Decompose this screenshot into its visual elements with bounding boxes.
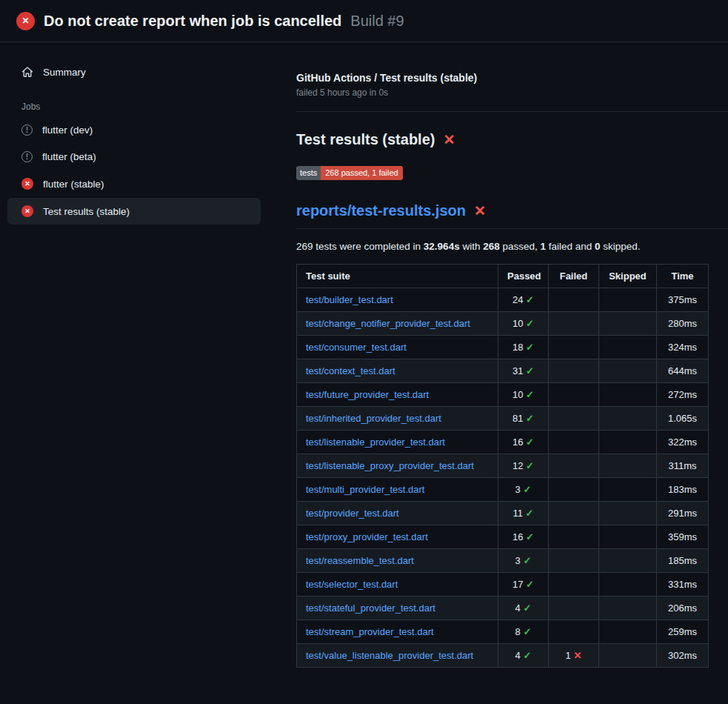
passed-cell: 16 ✓ (498, 525, 549, 549)
check-icon: ✓ (526, 531, 534, 542)
failed-cell (549, 431, 599, 454)
skipped-cell (599, 431, 657, 454)
passed-cell: 24 ✓ (498, 288, 549, 312)
skipped-cell (599, 644, 657, 668)
job-label: flutter (dev) (42, 124, 93, 136)
count-value: 10 (512, 318, 523, 329)
passed-cell: 17 ✓ (498, 573, 549, 597)
summary-text: passed, (500, 241, 541, 252)
job-label: flutter (stable) (43, 179, 104, 190)
suite-cell: test/multi_provider_test.dart (297, 478, 498, 502)
test-suite-link[interactable]: test/selector_test.dart (306, 579, 398, 590)
test-suite-link[interactable]: test/change_notifier_provider_test.dart (306, 318, 470, 329)
skipped-cell (599, 478, 657, 502)
time-cell: 302ms (657, 644, 709, 668)
suite-cell: test/stream_provider_test.dart (297, 620, 498, 644)
failed-cell (549, 312, 599, 336)
summary-text: with (460, 241, 484, 252)
count-value: 1 (566, 650, 571, 661)
check-icon: ✓ (526, 460, 534, 471)
section-title-text: Test results (stable) (296, 131, 435, 148)
time-cell: 272ms (657, 383, 709, 407)
sidebar-item-flutter-stable[interactable]: ✕flutter (stable) (7, 170, 261, 197)
table-row: test/provider_test.dart11 ✓291ms (297, 502, 709, 525)
skipped-cell (599, 525, 657, 549)
jobs-heading: Jobs (0, 85, 281, 116)
test-suite-link[interactable]: test/consumer_test.dart (306, 342, 407, 353)
page-header: ✕ Do not create report when job is cance… (0, 0, 728, 42)
test-suite-link[interactable]: test/context_test.dart (306, 365, 395, 376)
main-content: GitHub Actions / Test results (stable) f… (281, 42, 728, 668)
results-table: Test suitePassedFailedSkippedTime test/b… (296, 264, 709, 668)
failed-cell (549, 359, 599, 383)
suite-cell: test/selector_test.dart (297, 573, 498, 597)
count-value: 3 (515, 555, 521, 566)
job-label: flutter (beta) (42, 151, 96, 162)
sidebar-item-flutter-dev[interactable]: !flutter (dev) (7, 117, 261, 143)
test-suite-link[interactable]: test/reassemble_test.dart (306, 555, 414, 566)
check-icon: ✓ (526, 294, 534, 305)
summary-text: failed and (546, 241, 595, 252)
passed-cell: 81 ✓ (498, 407, 549, 431)
time-cell: 322ms (657, 431, 709, 454)
passed-cell: 3 ✓ (498, 478, 549, 502)
suite-cell: test/value_listenable_provider_test.dart (297, 644, 498, 668)
failed-cell (549, 573, 599, 597)
time-cell: 280ms (657, 312, 709, 336)
test-suite-link[interactable]: test/inherited_provider_test.dart (306, 413, 441, 424)
suite-cell: test/builder_test.dart (297, 288, 498, 312)
suite-cell: test/consumer_test.dart (297, 336, 498, 359)
table-row: test/consumer_test.dart18 ✓324ms (297, 336, 709, 359)
failed-cell: 1 ✕ (549, 644, 599, 668)
table-row: test/multi_provider_test.dart3 ✓183ms (297, 478, 709, 502)
jobs-list: !flutter (dev)!flutter (beta)✕flutter (s… (0, 117, 281, 225)
test-suite-link[interactable]: test/value_listenable_provider_test.dart (306, 650, 473, 661)
count-value: 8 (515, 626, 521, 637)
sidebar-item-summary[interactable]: Summary (7, 59, 261, 85)
failed-cross-icon: ✕ (443, 133, 455, 147)
sidebar-item-flutter-beta[interactable]: !flutter (beta) (7, 144, 261, 170)
time-cell: 644ms (657, 359, 709, 383)
skipped-cell (599, 454, 657, 478)
skipped-cell (599, 597, 657, 620)
test-suite-link[interactable]: test/stream_provider_test.dart (306, 626, 434, 637)
table-row: test/value_listenable_provider_test.dart… (297, 644, 709, 668)
sidebar-item-test-results-stable[interactable]: ✕Test results (stable) (7, 198, 261, 225)
test-suite-link[interactable]: test/provider_test.dart (306, 508, 399, 519)
home-icon (21, 66, 33, 78)
count-value: 81 (512, 413, 523, 424)
count-value: 17 (512, 579, 523, 590)
test-suite-link[interactable]: test/builder_test.dart (306, 294, 393, 305)
section-title: Test results (stable) ✕ (296, 131, 728, 148)
time-cell: 206ms (657, 597, 709, 620)
skipped-cell (599, 312, 657, 336)
status-line: failed 5 hours ago in 0s (296, 87, 728, 98)
x-circle-icon: ✕ (21, 205, 33, 217)
time-cell: 1.065s (657, 407, 709, 431)
badge-label: tests (296, 166, 321, 180)
failed-cell (549, 549, 599, 573)
content-area: Summary Jobs !flutter (dev)!flutter (bet… (0, 42, 728, 668)
report-link[interactable]: reports/test-results.json (296, 202, 466, 219)
count-value: 10 (512, 389, 523, 400)
table-row: test/listenable_provider_test.dart16 ✓32… (297, 431, 709, 454)
test-suite-link[interactable]: test/future_provider_test.dart (306, 389, 429, 400)
test-suite-link[interactable]: test/stateful_provider_test.dart (306, 602, 435, 614)
failed-cell (549, 620, 599, 644)
test-suite-link[interactable]: test/multi_provider_test.dart (306, 484, 424, 495)
test-suite-link[interactable]: test/listenable_provider_test.dart (306, 436, 445, 448)
summary-sentence: 269 tests were completed in 32.964s with… (296, 241, 728, 252)
count-value: 3 (515, 484, 521, 495)
check-icon: ✓ (526, 389, 534, 400)
tests-badge: tests 268 passed, 1 failed (296, 166, 403, 180)
summary-label: Summary (43, 67, 86, 78)
test-suite-link[interactable]: test/listenable_proxy_provider_test.dart (306, 460, 474, 471)
count-value: 4 (515, 650, 521, 661)
count-value: 31 (512, 365, 523, 376)
test-suite-link[interactable]: test/proxy_provider_test.dart (306, 531, 428, 542)
time-cell: 185ms (657, 549, 709, 573)
time-cell: 291ms (657, 502, 709, 525)
passed-cell: 31 ✓ (498, 359, 549, 383)
x-icon: ✕ (573, 650, 581, 661)
skipped-cell (599, 549, 657, 573)
